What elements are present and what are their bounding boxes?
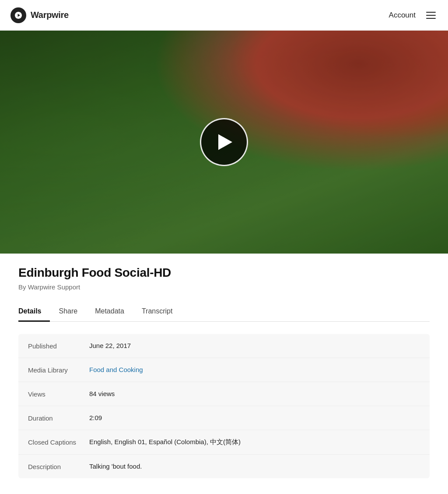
menu-icon[interactable] (424, 10, 438, 21)
row-value-duration: 2:09 (89, 414, 420, 421)
tab-share[interactable]: Share (59, 303, 86, 322)
logo-icon (10, 7, 26, 23)
logo-area[interactable]: Warpwire (10, 7, 69, 23)
row-value-closed-captions: English, English 01, Español (Colombia),… (89, 438, 420, 446)
table-row: Media Library Food and Cooking (18, 358, 430, 382)
row-value-views: 84 views (89, 390, 420, 397)
play-button[interactable] (200, 118, 248, 166)
row-label-closed-captions: Closed Captions (28, 438, 89, 446)
video-player[interactable] (0, 31, 448, 254)
account-button[interactable]: Account (389, 11, 416, 20)
table-row: Duration 2:09 (18, 406, 430, 430)
table-row: Views 84 views (18, 382, 430, 406)
table-row: Closed Captions English, English 01, Esp… (18, 430, 430, 455)
table-row: Description Talking 'bout food. (18, 455, 430, 478)
details-table: Published June 22, 2017 Media Library Fo… (18, 334, 430, 478)
row-label-published: Published (28, 342, 89, 350)
row-value-published: June 22, 2017 (89, 342, 420, 349)
tab-details[interactable]: Details (18, 303, 50, 322)
header-right: Account (389, 10, 438, 21)
row-label-views: Views (28, 390, 89, 398)
row-value-media-library[interactable]: Food and Cooking (89, 366, 420, 373)
table-row: Published June 22, 2017 (18, 334, 430, 358)
row-value-description: Talking 'bout food. (89, 463, 420, 470)
main-header: Warpwire Account (0, 0, 448, 31)
video-author: By Warpwire Support (18, 283, 430, 291)
row-label-duration: Duration (28, 414, 89, 422)
logo-text: Warpwire (31, 10, 69, 20)
tab-transcript[interactable]: Transcript (142, 303, 182, 322)
content-area: Edinburgh Food Social-HD By Warpwire Sup… (0, 254, 448, 494)
row-label-description: Description (28, 463, 89, 470)
tab-bar: Details Share Metadata Transcript (18, 303, 430, 322)
tab-metadata[interactable]: Metadata (95, 303, 133, 322)
row-label-media-library: Media Library (28, 366, 89, 374)
video-title: Edinburgh Food Social-HD (18, 266, 430, 280)
